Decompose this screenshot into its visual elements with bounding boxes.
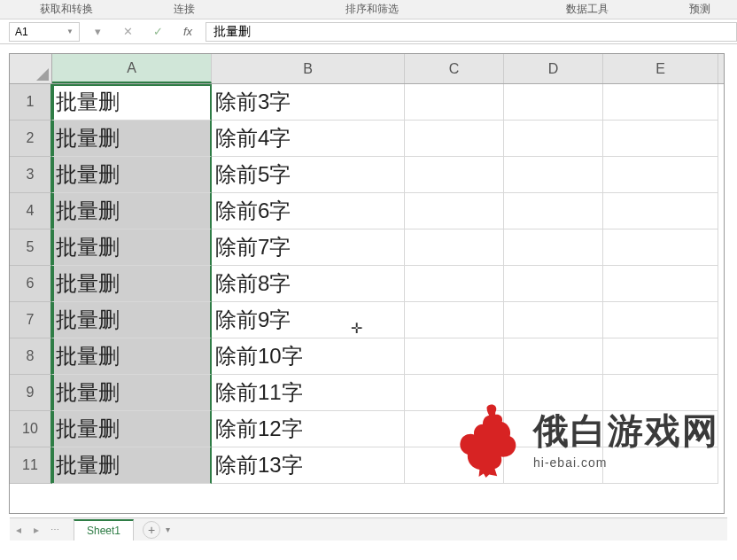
cell-e[interactable] — [603, 121, 718, 157]
spreadsheet-grid[interactable]: A B C D E 1批量删除前3字2批量删除前4字3批量删除前5字4批量删除前… — [9, 53, 725, 514]
col-header-a[interactable]: A — [52, 54, 212, 83]
formula-dropdown[interactable]: ▾ — [85, 22, 110, 42]
cell-c[interactable] — [405, 302, 504, 338]
cell-a[interactable]: 批量删 — [52, 84, 212, 121]
tab-next-icon[interactable]: ▸ — [27, 524, 45, 536]
cell-d[interactable] — [504, 375, 603, 411]
table-row: 2批量删除前4字 — [10, 121, 724, 157]
row-header[interactable]: 1 — [10, 84, 52, 121]
cell-a[interactable]: 批量删 — [52, 375, 212, 411]
cell-e[interactable] — [603, 266, 718, 302]
cell-e[interactable] — [603, 157, 718, 193]
cell-d[interactable] — [504, 193, 603, 229]
table-row: 7批量删除前9字 — [10, 302, 724, 338]
cell-b[interactable]: 除前9字 — [212, 302, 405, 338]
table-row: 11批量删除前13字 — [10, 447, 724, 484]
cell-e[interactable] — [603, 338, 718, 375]
name-box[interactable]: A1 ▼ — [9, 22, 80, 42]
tab-list-icon[interactable]: ▾ — [166, 525, 170, 534]
cell-e[interactable] — [603, 447, 718, 484]
row-header[interactable]: 4 — [10, 193, 52, 229]
select-all-corner[interactable] — [10, 54, 52, 83]
cell-c[interactable] — [405, 157, 504, 193]
col-header-b[interactable]: B — [212, 54, 405, 83]
cell-b[interactable]: 除前13字 — [212, 447, 405, 484]
cell-a[interactable]: 批量删 — [52, 157, 212, 193]
col-header-c[interactable]: C — [405, 54, 504, 83]
table-row: 9批量删除前11字 — [10, 375, 724, 411]
row-header[interactable]: 7 — [10, 302, 52, 338]
col-header-e[interactable]: E — [603, 54, 718, 83]
cell-e[interactable] — [603, 411, 718, 447]
cell-a[interactable]: 批量删 — [52, 447, 212, 484]
fx-icon[interactable]: fx — [175, 22, 200, 42]
cancel-icon[interactable]: ✕ — [115, 22, 140, 42]
column-headers-row: A B C D E — [10, 54, 724, 84]
row-header[interactable]: 10 — [10, 411, 52, 447]
cell-d[interactable] — [504, 447, 603, 484]
ribbon-group-forecast: 预测 — [664, 2, 735, 17]
ribbon-group-connect: 连接 — [133, 2, 235, 17]
cell-d[interactable] — [504, 229, 603, 266]
cell-c[interactable] — [405, 338, 504, 375]
cell-a[interactable]: 批量删 — [52, 338, 212, 375]
cell-a[interactable]: 批量删 — [52, 121, 212, 157]
cell-c[interactable] — [405, 375, 504, 411]
cell-b[interactable]: 除前11字 — [212, 375, 405, 411]
cell-a[interactable]: 批量删 — [52, 193, 212, 229]
cell-c[interactable] — [405, 411, 504, 447]
ribbon-group-labels: 获取和转换 连接 排序和筛选 数据工具 预测 — [0, 0, 737, 19]
add-sheet-button[interactable]: + — [143, 521, 160, 539]
formula-bar: A1 ▼ ▾ ✕ ✓ fx 批量删 — [0, 19, 737, 44]
row-header[interactable]: 5 — [10, 229, 52, 266]
name-box-dropdown-icon[interactable]: ▼ — [66, 27, 74, 35]
cell-e[interactable] — [603, 84, 718, 121]
cell-d[interactable] — [504, 157, 603, 193]
cell-b[interactable]: 除前3字 — [212, 84, 405, 121]
row-header[interactable]: 9 — [10, 375, 52, 411]
cell-e[interactable] — [603, 302, 718, 338]
cell-e[interactable] — [603, 193, 718, 229]
cell-d[interactable] — [504, 302, 603, 338]
cell-a[interactable]: 批量删 — [52, 229, 212, 266]
table-row: 3批量删除前5字 — [10, 157, 724, 193]
cell-b[interactable]: 除前6字 — [212, 193, 405, 229]
name-box-value: A1 — [15, 26, 28, 38]
cell-b[interactable]: 除前7字 — [212, 229, 405, 266]
cell-a[interactable]: 批量删 — [52, 302, 212, 338]
sheet-tab[interactable]: Sheet1 — [74, 519, 134, 541]
cell-d[interactable] — [504, 121, 603, 157]
cell-b[interactable]: 除前4字 — [212, 121, 405, 157]
cell-d[interactable] — [504, 411, 603, 447]
cell-c[interactable] — [405, 229, 504, 266]
tab-menu-icon[interactable]: ⋯ — [50, 525, 59, 534]
cell-c[interactable] — [405, 121, 504, 157]
cell-e[interactable] — [603, 375, 718, 411]
cell-a[interactable]: 批量删 — [52, 266, 212, 302]
cell-b[interactable]: 除前8字 — [212, 266, 405, 302]
cell-b[interactable]: 除前12字 — [212, 411, 405, 447]
cell-d[interactable] — [504, 84, 603, 121]
cell-d[interactable] — [504, 266, 603, 302]
confirm-icon[interactable]: ✓ — [145, 22, 170, 42]
tab-prev-icon[interactable]: ◂ — [10, 524, 27, 536]
cell-c[interactable] — [405, 266, 504, 302]
row-header[interactable]: 6 — [10, 266, 52, 302]
cell-d[interactable] — [504, 338, 603, 375]
ribbon-group-sort: 排序和筛选 — [235, 2, 509, 17]
cell-c[interactable] — [405, 193, 504, 229]
table-row: 5批量删除前7字 — [10, 229, 724, 266]
cell-b[interactable]: 除前5字 — [212, 157, 405, 193]
formula-input[interactable]: 批量删 — [206, 22, 737, 42]
cell-c[interactable] — [405, 84, 504, 121]
row-header[interactable]: 11 — [10, 447, 52, 484]
formula-input-value: 批量删 — [213, 24, 251, 40]
cell-a[interactable]: 批量删 — [52, 411, 212, 447]
cell-c[interactable] — [405, 447, 504, 484]
row-header[interactable]: 8 — [10, 338, 52, 375]
col-header-d[interactable]: D — [504, 54, 603, 83]
cell-b[interactable]: 除前10字 — [212, 338, 405, 375]
row-header[interactable]: 3 — [10, 157, 52, 193]
row-header[interactable]: 2 — [10, 121, 52, 157]
cell-e[interactable] — [603, 229, 718, 266]
